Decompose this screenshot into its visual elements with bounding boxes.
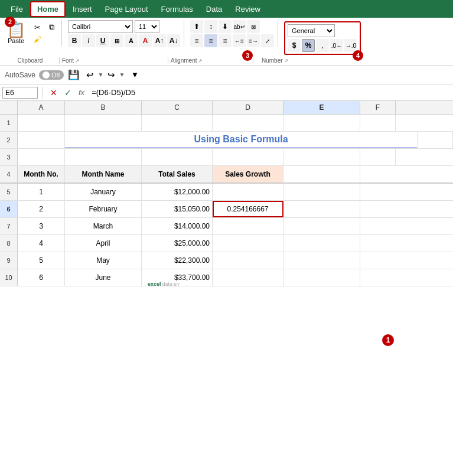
cell-b3[interactable] (18, 149, 65, 165)
row-header-4[interactable]: 4 (0, 166, 18, 182)
col-header-d[interactable]: D (213, 101, 283, 114)
menu-formulas[interactable]: Formulas (155, 2, 199, 16)
cell-title[interactable]: Using Basic Formula (65, 132, 418, 148)
cell-b1[interactable] (18, 115, 65, 131)
align-center-button-selected[interactable]: ≡ (204, 34, 217, 47)
row-header-1[interactable]: 1 (0, 115, 18, 131)
cell-f9[interactable] (283, 252, 360, 269)
fill-color-button[interactable]: A (125, 34, 138, 47)
col-header-a[interactable]: A (18, 101, 65, 114)
redo-dropdown[interactable]: ▼ (119, 71, 125, 78)
cell-e10[interactable] (213, 269, 283, 286)
cell-e7[interactable] (213, 218, 283, 234)
row-header-10[interactable]: 10 (0, 269, 18, 286)
wrap-text-button[interactable]: ab↵ (233, 20, 246, 33)
row-header-7[interactable]: 7 (0, 218, 18, 234)
cell-f8[interactable] (283, 235, 360, 252)
decrease-decimal-button[interactable]: .0← (330, 39, 343, 52)
increase-indent-button[interactable]: ≡→ (247, 34, 260, 47)
merge-center-button[interactable]: ⊠ (247, 20, 260, 33)
dollar-button[interactable]: $ (288, 39, 301, 52)
border-button[interactable]: ⊞ (110, 34, 123, 47)
align-middle-button[interactable]: ↕ (204, 20, 217, 33)
col-header-e[interactable]: E (283, 101, 360, 114)
col-header-c[interactable]: C (142, 101, 213, 114)
increase-font-button[interactable]: A↑ (153, 34, 166, 47)
cut-button[interactable]: ✂ (31, 22, 44, 32)
cell-e6[interactable]: 0.254166667 (213, 201, 283, 217)
font-size-select[interactable]: 11 (135, 20, 159, 33)
format-painter-button[interactable]: 🖌 (31, 34, 44, 44)
cell-f6[interactable] (283, 201, 360, 217)
cell-d6[interactable]: $15,050.00 (142, 201, 213, 217)
copy-button[interactable]: ⧉ (45, 22, 58, 32)
col-header-b[interactable]: B (65, 101, 142, 114)
row-header-6[interactable]: 6 (0, 201, 18, 217)
customize-toolbar-button[interactable]: ▼ (128, 70, 141, 80)
cell-e1[interactable] (213, 115, 283, 131)
row-header-8[interactable]: 8 (0, 235, 18, 252)
italic-button[interactable]: I (82, 34, 95, 47)
cell-d4-header[interactable]: Total Sales (142, 166, 213, 182)
cell-c3[interactable] (65, 149, 142, 165)
undo-button[interactable]: ↩ (84, 70, 97, 80)
cell-d7[interactable]: $14,000.00 (142, 218, 213, 234)
cell-f1[interactable] (283, 115, 360, 131)
menu-file[interactable]: File (5, 2, 29, 16)
align-left-button[interactable]: ≡ (190, 34, 203, 47)
cell-c8[interactable]: April (65, 235, 142, 252)
cell-b4-header[interactable]: Month No. (18, 166, 65, 182)
cell-f4[interactable] (283, 166, 360, 182)
menu-page-layout[interactable]: Page Layout (99, 2, 154, 16)
cell-e8[interactable] (213, 235, 283, 252)
cell-b5[interactable]: 1 (18, 184, 65, 200)
align-right-button[interactable]: ≡ (219, 34, 232, 47)
save-button[interactable]: 💾 (67, 70, 80, 80)
cell-d5[interactable]: $12,000.00 (142, 184, 213, 200)
cell-e9[interactable] (213, 252, 283, 269)
row-header-9[interactable]: 9 (0, 252, 18, 269)
cell-e3[interactable] (213, 149, 283, 165)
cell-b10[interactable]: 6 (18, 269, 65, 286)
menu-home[interactable]: Home (30, 1, 66, 17)
cell-b7[interactable]: 3 (18, 218, 65, 234)
row-header-5[interactable]: 5 (0, 184, 18, 200)
cell-b2[interactable] (18, 132, 65, 148)
confirm-formula-button[interactable]: ✓ (62, 87, 74, 99)
underline-button[interactable]: U (96, 34, 109, 47)
font-name-select[interactable]: Calibri (68, 20, 133, 33)
cell-d8[interactable]: $25,000.00 (142, 235, 213, 252)
cell-c1[interactable] (65, 115, 142, 131)
cell-b6[interactable]: 2 (18, 201, 65, 217)
cell-c10[interactable]: June (65, 269, 142, 286)
cancel-formula-button[interactable]: ✕ (48, 87, 60, 99)
row-header-3[interactable]: 3 (0, 149, 18, 165)
number-format-select[interactable]: General (288, 24, 335, 37)
cell-f3[interactable] (283, 149, 360, 165)
bold-button[interactable]: B (68, 34, 81, 47)
cell-c4-header[interactable]: Month Name (65, 166, 142, 182)
cell-e4-header[interactable]: Sales Growth (213, 166, 283, 182)
cell-f10[interactable] (283, 269, 360, 286)
cell-c7[interactable]: March (65, 218, 142, 234)
cell-b8[interactable]: 4 (18, 235, 65, 252)
cell-g1[interactable] (360, 115, 396, 131)
row-header-2[interactable]: 2 (0, 132, 18, 148)
cell-d10[interactable]: $33,700.00 exceldata BY (142, 269, 213, 286)
cell-b9[interactable]: 5 (18, 252, 65, 269)
cell-reference-input[interactable] (2, 87, 38, 99)
cell-f2[interactable] (418, 132, 453, 148)
align-top-button[interactable]: ⬆ (190, 20, 203, 33)
corner-cell[interactable] (0, 101, 18, 114)
cell-g3[interactable] (360, 149, 396, 165)
undo-dropdown[interactable]: ▼ (98, 71, 104, 78)
cell-c5[interactable]: January (65, 184, 142, 200)
decrease-indent-button[interactable]: ←≡ (233, 34, 246, 47)
orientation-button[interactable]: ⤢ (261, 34, 274, 47)
menu-review[interactable]: Review (229, 2, 266, 16)
menu-data[interactable]: Data (200, 2, 228, 16)
cell-c9[interactable]: May (65, 252, 142, 269)
percent-button[interactable]: % (302, 39, 315, 52)
redo-button[interactable]: ↪ (105, 70, 118, 80)
formula-input[interactable] (89, 87, 451, 98)
